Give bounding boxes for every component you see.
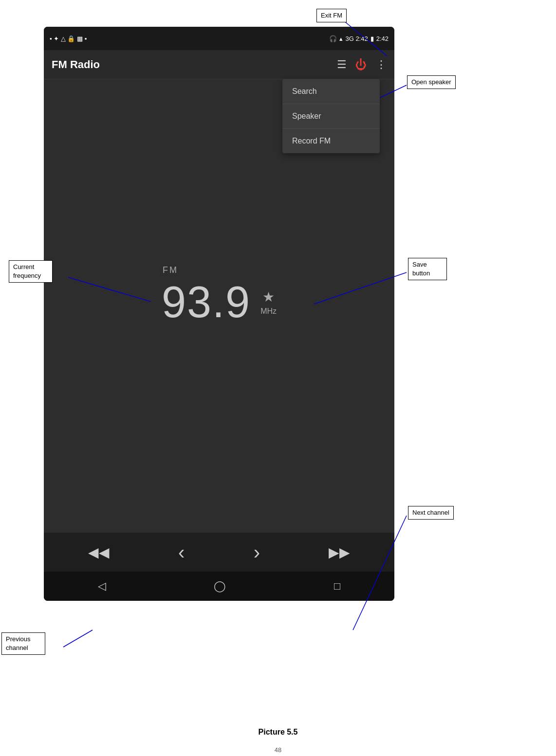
save-button-annotation: Save button [408,258,447,280]
menu-item-record-fm[interactable]: Record FM [282,129,380,153]
headphone-icon: 🎧 [329,35,337,42]
favorite-star-icon[interactable]: ★ [262,289,275,305]
app-title: FM Radio [52,58,100,71]
svg-line-4 [63,630,93,647]
signal-icon: ▴ [339,35,343,42]
next-channel-skip-button[interactable]: ▶▶ [325,540,354,564]
dropdown-menu: Search Speaker Record FM [282,79,380,153]
controls-bar: ◀◀ ‹ › ▶▶ [44,533,394,572]
mhz-label: MHz [260,307,277,316]
next-channel-annotation: Next channel [408,506,454,520]
caption: Picture 5.5 [259,728,298,737]
app-bar: FM Radio ☰ ⏻ ⋮ [44,50,394,79]
status-bar: ▪ ✦ △ 🔒 ▩ ▪ 🎧 ▴ 3G 2:42 ▮ 2:42 [44,27,394,50]
status-left-icons: ▪ ✦ △ 🔒 ▩ ▪ [50,35,87,42]
frequency-value: 93.9 [162,277,251,327]
open-speaker-annotation: Open speaker [407,75,456,89]
frequency-area: FM 93.9 ★ MHz [162,265,277,327]
current-frequency-annotation: Current frequency [9,260,53,283]
nav-bar: ◁ ◯ □ [44,572,394,601]
more-options-icon[interactable]: ⋮ [376,58,387,71]
exit-fm-annotation: Exit FM [316,9,347,22]
back-nav-button[interactable]: ◁ [98,580,106,593]
fm-label: FM [163,265,178,275]
star-mhz-group: ★ MHz [260,289,277,316]
home-nav-button[interactable]: ◯ [214,580,226,593]
time-label: 2:42 [376,35,389,42]
next-channel-button[interactable]: › [250,538,264,567]
previous-channel-skip-button[interactable]: ◀◀ [84,540,113,564]
network-label: 3G 2:42 [345,35,368,42]
phone-frame: ▪ ✦ △ 🔒 ▩ ▪ 🎧 ▴ 3G 2:42 ▮ 2:42 FM Radio … [44,27,394,601]
menu-item-speaker[interactable]: Speaker [282,104,380,129]
previous-channel-annotation: Previous channel [1,632,45,655]
app-bar-actions: ☰ ⏻ ⋮ [337,58,387,72]
recents-nav-button[interactable]: □ [334,580,340,593]
frequency-row: 93.9 ★ MHz [162,277,277,327]
status-right: 🎧 ▴ 3G 2:42 ▮ 2:42 [329,35,389,42]
battery-icon: ▮ [371,35,374,42]
previous-channel-button[interactable]: ‹ [174,538,188,567]
menu-list-icon[interactable]: ☰ [337,58,347,71]
page-number: 48 [275,746,281,754]
menu-item-search[interactable]: Search [282,79,380,104]
power-button[interactable]: ⏻ [355,58,367,72]
